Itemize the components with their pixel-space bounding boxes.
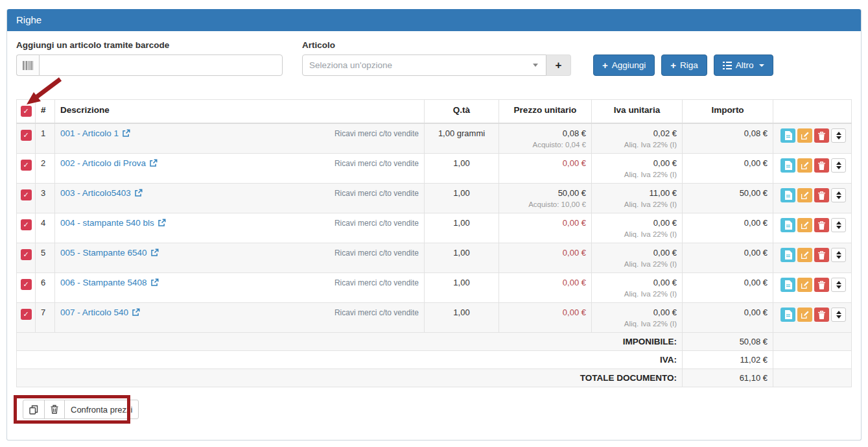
quantity-value: 1,00 — [425, 273, 499, 303]
article-link-label: 004 - stampante 540 bls — [60, 218, 154, 228]
row-checkbox[interactable] — [21, 160, 32, 171]
row-edit-button[interactable] — [797, 188, 812, 202]
article-link[interactable]: 004 - stampante 540 bls — [60, 218, 166, 228]
iva-value: 11,02 € — [683, 351, 773, 369]
row-detail-button[interactable] — [780, 188, 795, 202]
article-link[interactable]: 006 - Stampante 5408 — [60, 278, 159, 287]
row-number: 3 — [36, 184, 55, 213]
riga-button[interactable]: Riga — [661, 54, 707, 76]
total-row-totale: TOTALE DOCUMENTO: 61,10 € — [17, 369, 852, 387]
altro-dropdown-button[interactable]: Altro — [714, 54, 773, 76]
row-delete-button[interactable] — [814, 158, 829, 173]
quantity-value: 1,00 — [425, 303, 499, 333]
row-sort-handle[interactable] — [831, 218, 846, 232]
barcode-label: Aggiungi un articolo tramite barcode — [16, 40, 283, 50]
imponibile-value: 50,08 € — [683, 333, 773, 351]
row-checkbox[interactable] — [21, 219, 32, 230]
aggiungi-button[interactable]: Aggiungi — [593, 54, 655, 76]
row-checkbox[interactable] — [21, 249, 32, 260]
revenue-account-label: Ricavi merci c/to vendite — [334, 248, 419, 258]
quantity-value: 1,00 — [425, 154, 499, 184]
unit-vat-value: 0,00 € — [597, 278, 677, 287]
row-edit-button[interactable] — [797, 308, 812, 322]
sort-icon — [836, 196, 841, 199]
aggiungi-button-label: Aggiungi — [612, 60, 646, 70]
row-delete-button[interactable] — [814, 248, 829, 262]
row-sort-handle[interactable] — [831, 188, 846, 202]
list-icon — [723, 62, 732, 69]
row-checkbox[interactable] — [21, 309, 32, 320]
edit-icon — [801, 251, 809, 260]
external-link-icon — [122, 129, 130, 138]
article-link-label: 001 - Articolo 1 — [60, 128, 119, 138]
row-detail-button[interactable] — [780, 308, 795, 322]
trash-icon — [818, 162, 825, 170]
col-header-actions — [773, 100, 852, 124]
row-number: 1 — [36, 123, 55, 154]
row-sort-handle[interactable] — [831, 278, 846, 292]
row-detail-button[interactable] — [780, 218, 795, 232]
sort-icon — [836, 221, 841, 224]
row-sort-handle[interactable] — [831, 158, 846, 173]
col-header-num: # — [36, 100, 55, 124]
edit-icon — [801, 311, 809, 319]
article-link[interactable]: 001 - Articolo 1 — [60, 128, 130, 138]
row-delete-button[interactable] — [814, 128, 829, 143]
row-sort-handle[interactable] — [831, 248, 846, 262]
sort-icon — [836, 285, 841, 289]
article-link[interactable]: 003 - Articolo5403 — [60, 188, 143, 198]
edit-icon — [801, 162, 809, 170]
row-edit-button[interactable] — [797, 278, 812, 292]
amount-value: 0,08 € — [683, 123, 773, 154]
article-select[interactable]: Seleziona un'opzione — [302, 54, 546, 76]
sort-icon — [836, 226, 841, 229]
delete-rows-button[interactable] — [44, 400, 65, 419]
row-sort-handle[interactable] — [831, 308, 846, 322]
vat-rate-subline: Aliq. Iva 22% (I) — [597, 171, 677, 178]
row-checkbox[interactable] — [21, 130, 32, 141]
row-detail-button[interactable] — [780, 158, 795, 173]
unit-vat-value: 0,00 € — [597, 158, 677, 168]
article-link[interactable]: 005 - Stampante 6540 — [60, 248, 159, 258]
toolbar: Aggiungi un articolo tramite barcode — [16, 40, 852, 76]
row-detail-button[interactable] — [780, 278, 795, 292]
sort-icon — [836, 166, 841, 169]
row-delete-button[interactable] — [814, 308, 829, 322]
revenue-account-label: Ricavi merci c/to vendite — [334, 278, 419, 287]
purchase-price-subline: Acquisto: 0,04 € — [504, 141, 586, 149]
row-checkbox[interactable] — [21, 189, 32, 200]
col-header-descrizione: Descrizione — [55, 100, 425, 124]
vat-rate-subline: Aliq. Iva 22% (I) — [597, 260, 677, 268]
unit-vat-value: 11,00 € — [597, 188, 677, 198]
confronta-prezzi-button[interactable]: Confronta prezzi — [64, 400, 139, 419]
article-link[interactable]: 007 - Articolo 540 — [60, 308, 140, 317]
row-detail-button[interactable] — [780, 248, 795, 262]
duplicate-rows-button[interactable] — [23, 400, 45, 419]
trash-icon — [818, 221, 825, 230]
article-link[interactable]: 002 - Articolo di Prova — [60, 158, 158, 168]
article-label: Articolo — [302, 40, 571, 50]
row-delete-button[interactable] — [814, 188, 829, 202]
row-delete-button[interactable] — [814, 278, 829, 292]
row-edit-button[interactable] — [797, 218, 812, 232]
row-detail-button[interactable] — [780, 128, 795, 143]
vat-rate-subline: Aliq. Iva 22% (I) — [597, 141, 677, 149]
table-body: 1 001 - Articolo 1 Ricavi merci c/to ven… — [17, 123, 852, 333]
vat-rate-subline: Aliq. Iva 22% (I) — [597, 200, 677, 208]
vat-rate-subline: Aliq. Iva 22% (I) — [597, 320, 677, 328]
row-sort-handle[interactable] — [831, 128, 846, 143]
row-edit-button[interactable] — [797, 128, 812, 143]
row-edit-button[interactable] — [797, 158, 812, 173]
row-edit-button[interactable] — [797, 248, 812, 262]
row-checkbox[interactable] — [21, 279, 32, 290]
row-number: 6 — [36, 273, 55, 303]
unit-price-value: 0,08 € — [504, 128, 586, 138]
row-delete-button[interactable] — [814, 218, 829, 232]
add-article-button[interactable] — [546, 54, 571, 76]
revenue-account-label: Ricavi merci c/to vendite — [334, 218, 419, 228]
edit-icon — [801, 191, 809, 200]
article-link-label: 002 - Articolo di Prova — [60, 158, 146, 168]
riga-button-label: Riga — [680, 60, 698, 70]
select-all-checkbox[interactable] — [21, 106, 32, 117]
barcode-input[interactable] — [39, 54, 283, 76]
